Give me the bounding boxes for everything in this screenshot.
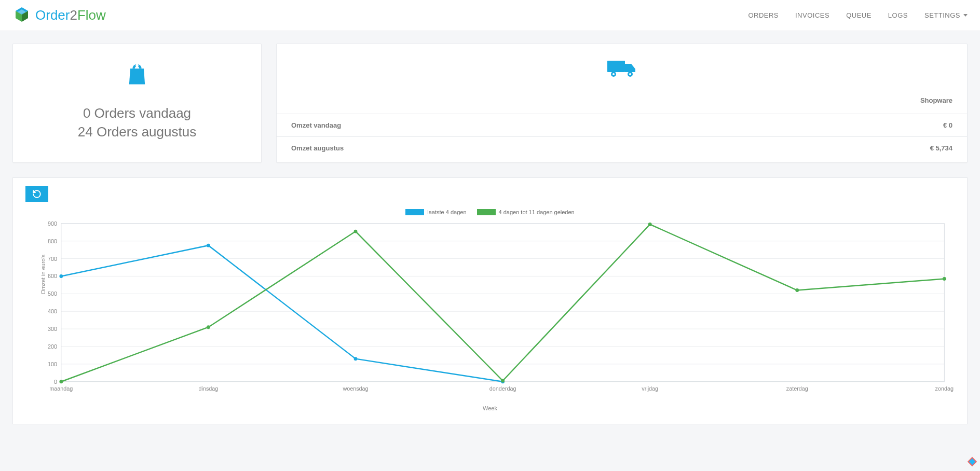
svg-text:zaterdag: zaterdag [786, 385, 808, 392]
brand-mark-icon [12, 6, 31, 25]
table-row: Omzet vandaag € 0 [277, 114, 967, 137]
svg-text:200: 200 [48, 343, 57, 350]
brand-text: Order2Flow [35, 7, 106, 23]
legend-item[interactable]: 4 dagen tot 11 dagen geleden [477, 209, 575, 215]
nav-orders[interactable]: ORDERS [748, 11, 779, 19]
svg-text:100: 100 [48, 361, 57, 367]
svg-point-7 [612, 73, 615, 75]
svg-point-43 [207, 325, 210, 329]
y-axis-label: Omzet in euro's [40, 254, 46, 294]
svg-rect-20 [61, 224, 944, 382]
svg-point-46 [648, 223, 652, 226]
svg-text:vrijdag: vrijdag [642, 385, 658, 392]
svg-point-42 [59, 380, 63, 383]
brand-logo[interactable]: Order2Flow [12, 6, 106, 25]
svg-text:zondag: zondag [935, 385, 954, 392]
shop-name: Shopware [277, 90, 967, 114]
nav-logs[interactable]: LOGS [888, 11, 908, 19]
chevron-down-icon [963, 14, 968, 17]
main-nav: ORDERS INVOICES QUEUE LOGS SETTINGS [748, 11, 968, 19]
weekly-revenue-chart-panel: laatste 4 dagen4 dagen tot 11 dagen gele… [12, 177, 968, 424]
truck-icon [277, 44, 967, 90]
svg-text:600: 600 [48, 273, 57, 279]
line-chart: 0100200300400500600700800900maandagdinsd… [25, 218, 955, 402]
table-row: Omzet augustus € 5,734 [277, 137, 967, 160]
svg-text:800: 800 [48, 238, 57, 244]
refresh-icon [32, 189, 42, 199]
orders-today-line: 0 Orders vandaag [25, 104, 249, 122]
svg-text:0: 0 [54, 378, 57, 384]
nav-queue-label: QUEUE [846, 11, 872, 19]
revenue-row-value: € 5,734 [700, 137, 967, 160]
nav-invoices[interactable]: INVOICES [795, 11, 829, 19]
svg-text:300: 300 [48, 326, 57, 332]
svg-text:dinsdag: dinsdag [199, 385, 219, 392]
svg-text:donderdag: donderdag [489, 385, 516, 392]
orders-month-line: 24 Orders augustus [25, 122, 249, 141]
revenue-row-label: Omzet augustus [277, 137, 700, 160]
revenue-row-value: € 0 [700, 114, 967, 137]
revenue-row-label: Omzet vandaag [277, 114, 700, 137]
svg-text:500: 500 [48, 290, 57, 297]
nav-queue[interactable]: QUEUE [846, 11, 872, 19]
svg-point-4 [135, 64, 139, 67]
svg-point-38 [59, 274, 63, 278]
svg-rect-5 [607, 61, 625, 72]
svg-point-47 [795, 288, 799, 292]
svg-text:900: 900 [48, 220, 57, 227]
chart-area: laatste 4 dagen4 dagen tot 11 dagen gele… [25, 209, 955, 411]
topbar: Order2Flow ORDERS INVOICES QUEUE LOGS SE… [0, 0, 980, 31]
chart-legend: laatste 4 dagen4 dagen tot 11 dagen gele… [25, 209, 955, 216]
nav-settings-label: SETTINGS [924, 11, 960, 19]
svg-text:700: 700 [48, 255, 57, 261]
svg-point-40 [354, 357, 358, 361]
shopping-bag-icon [25, 61, 249, 89]
nav-logs-label: LOGS [888, 11, 908, 19]
nav-invoices-label: INVOICES [795, 11, 829, 19]
nav-settings[interactable]: SETTINGS [924, 11, 968, 19]
svg-text:maandag: maandag [49, 385, 73, 392]
nav-orders-label: ORDERS [748, 11, 779, 19]
svg-point-39 [207, 244, 210, 247]
svg-point-44 [354, 229, 358, 233]
svg-text:400: 400 [48, 308, 57, 314]
legend-item[interactable]: laatste 4 dagen [405, 209, 466, 215]
orders-today-card: 0 Orders vandaag 24 Orders augustus [12, 44, 262, 163]
svg-text:woensdag: woensdag [342, 385, 368, 392]
svg-point-45 [501, 379, 505, 382]
svg-point-9 [629, 73, 631, 75]
refresh-button[interactable] [25, 186, 48, 202]
x-axis-label: Week [25, 405, 955, 411]
revenue-card: Shopware Omzet vandaag € 0 Omzet augustu… [276, 44, 968, 163]
svg-point-48 [943, 277, 946, 281]
revenue-table: Omzet vandaag € 0 Omzet augustus € 5,734 [277, 114, 967, 159]
